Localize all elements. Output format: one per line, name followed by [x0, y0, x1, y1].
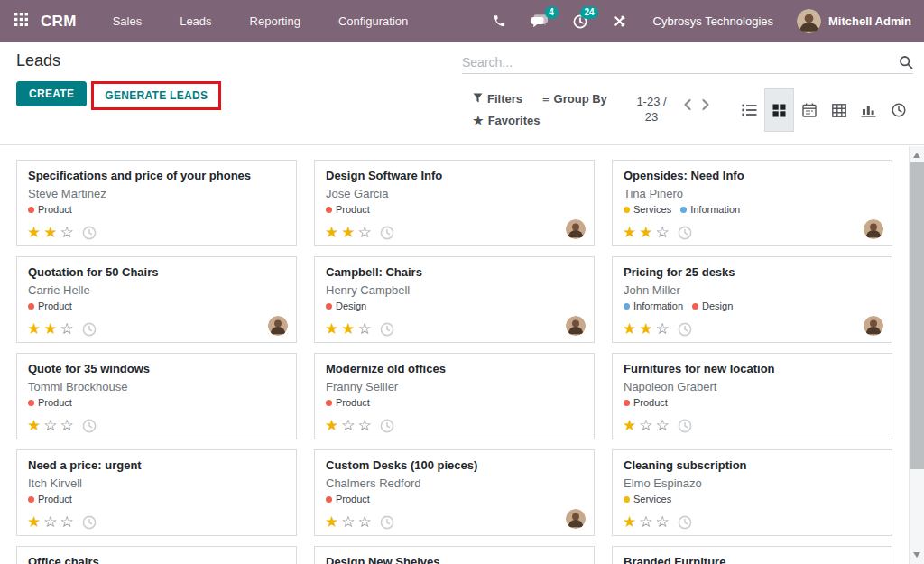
- menu-reporting[interactable]: Reporting: [250, 14, 300, 28]
- kanban-card[interactable]: Cleaning subscriptionElmo EspinazoServic…: [612, 449, 892, 536]
- lead-tag: Information: [624, 300, 683, 311]
- kanban-card[interactable]: Modernize old officesFranny SeillerProdu…: [314, 353, 595, 439]
- lead-contact: Chalmers Redford: [326, 476, 583, 490]
- filters-button[interactable]: Filters: [473, 92, 522, 106]
- priority-star-empty-icon[interactable]: ☆: [656, 514, 670, 530]
- activity-clock-icon[interactable]: [678, 515, 692, 530]
- activity-clock-icon[interactable]: [678, 419, 692, 433]
- priority-star-empty-icon[interactable]: ☆: [43, 418, 57, 433]
- search-icon[interactable]: [899, 55, 913, 69]
- menu-sales[interactable]: Sales: [113, 14, 143, 28]
- activity-clock-icon[interactable]: [82, 322, 97, 337]
- kanban-card[interactable]: Design Software InfoJose GarciaProduct★★…: [314, 160, 595, 246]
- priority-star-empty-icon[interactable]: ☆: [341, 514, 355, 530]
- activity-clock-icon[interactable]: [678, 322, 692, 337]
- view-calendar-icon[interactable]: [794, 88, 824, 132]
- kanban-card[interactable]: Opensides: Need InfoTina PineroServicesI…: [612, 160, 892, 246]
- priority-star-empty-icon[interactable]: ☆: [60, 321, 74, 337]
- priority-star-filled-icon[interactable]: ★: [623, 225, 636, 240]
- priority-star-filled-icon[interactable]: ★: [623, 514, 636, 530]
- priority-star-empty-icon[interactable]: ☆: [358, 225, 372, 240]
- salesperson-avatar: [566, 509, 586, 529]
- kanban-card[interactable]: Specifications and price of your phonesS…: [16, 160, 297, 246]
- priority-star-filled-icon[interactable]: ★: [639, 321, 652, 337]
- priority-star-filled-icon[interactable]: ★: [43, 225, 57, 240]
- priority-star-filled-icon[interactable]: ★: [341, 321, 355, 337]
- company-name[interactable]: Cybrosys Technologies: [653, 14, 773, 28]
- kanban-grid: Specifications and price of your phonesS…: [0, 145, 924, 564]
- kanban-card[interactable]: Quotation for 50 ChairsCarrie HelleProdu…: [16, 256, 297, 343]
- scroll-up-arrow-icon[interactable]: [913, 153, 920, 158]
- view-pivot-icon[interactable]: [824, 88, 854, 132]
- scrollbar-thumb[interactable]: [910, 162, 924, 469]
- activity-clock-icon[interactable]: [380, 226, 394, 240]
- priority-star-filled-icon[interactable]: ★: [27, 225, 41, 240]
- kanban-card[interactable]: Need a price: urgentItch KirvellProduct★…: [16, 449, 297, 536]
- priority-star-empty-icon[interactable]: ☆: [358, 514, 372, 530]
- view-graph-icon[interactable]: [854, 88, 883, 132]
- generate-leads-button[interactable]: GENERATE LEADS: [94, 84, 218, 107]
- activity-clock-icon[interactable]: [82, 515, 97, 530]
- priority-star-filled-icon[interactable]: ★: [623, 321, 636, 337]
- priority-star-filled-icon[interactable]: ★: [325, 514, 338, 530]
- priority-star-empty-icon[interactable]: ☆: [358, 321, 372, 337]
- create-button[interactable]: CREATE: [16, 81, 87, 106]
- priority-star-filled-icon[interactable]: ★: [27, 321, 41, 337]
- apps-menu-button[interactable]: [0, 13, 41, 30]
- group-by-button[interactable]: ≡ Group By: [542, 92, 607, 106]
- activity-clock-icon[interactable]: [678, 226, 692, 240]
- kanban-card[interactable]: Office chairs: [16, 546, 297, 564]
- vertical-scrollbar[interactable]: [909, 146, 924, 564]
- view-list-icon[interactable]: [735, 88, 764, 132]
- priority-star-empty-icon[interactable]: ☆: [656, 225, 670, 240]
- kanban-card[interactable]: Pricing for 25 desksJohn MillerInformati…: [612, 256, 892, 343]
- kanban-card[interactable]: Design New Shelves: [314, 546, 595, 564]
- priority-star-empty-icon[interactable]: ☆: [60, 418, 74, 433]
- activity-clock-icon[interactable]: [82, 226, 97, 240]
- priority-star-filled-icon[interactable]: ★: [639, 225, 652, 240]
- scroll-down-arrow-icon[interactable]: [913, 552, 920, 558]
- activity-clock-icon[interactable]: [380, 419, 394, 433]
- kanban-card[interactable]: Quote for 35 windowsTommi BrockhouseProd…: [16, 353, 297, 439]
- priority-star-empty-icon[interactable]: ☆: [60, 514, 74, 530]
- menu-leads[interactable]: Leads: [180, 14, 211, 28]
- priority-star-empty-icon[interactable]: ☆: [656, 418, 670, 433]
- priority-star-filled-icon[interactable]: ★: [43, 321, 57, 337]
- priority-star-empty-icon[interactable]: ☆: [341, 418, 355, 433]
- search-input[interactable]: [462, 55, 899, 69]
- priority-star-empty-icon[interactable]: ☆: [639, 418, 652, 433]
- pager-previous-icon[interactable]: [682, 98, 692, 111]
- priority-star-filled-icon[interactable]: ★: [27, 418, 41, 433]
- priority-star-filled-icon[interactable]: ★: [341, 225, 355, 240]
- app-brand[interactable]: CRM: [41, 13, 77, 31]
- priority-star-empty-icon[interactable]: ☆: [639, 514, 652, 530]
- user-menu[interactable]: Mitchell Admin: [797, 9, 924, 33]
- kanban-card[interactable]: Campbell: ChairsHenry CampbellDesign★★☆: [314, 256, 595, 343]
- tools-icon[interactable]: [600, 14, 639, 28]
- phone-icon[interactable]: [480, 14, 519, 28]
- priority-star-filled-icon[interactable]: ★: [623, 418, 636, 433]
- pager-next-icon[interactable]: [701, 98, 711, 111]
- favorites-button[interactable]: ★ Favorites: [473, 114, 540, 127]
- messages-icon[interactable]: 4: [519, 14, 560, 28]
- salesperson-avatar: [566, 316, 586, 336]
- view-kanban-icon[interactable]: [764, 88, 794, 132]
- kanban-card[interactable]: Custom Desks (100 pieces)Chalmers Redfor…: [314, 449, 595, 536]
- priority-star-empty-icon[interactable]: ☆: [43, 514, 57, 530]
- priority-star-filled-icon[interactable]: ★: [325, 225, 338, 240]
- priority-star-filled-icon[interactable]: ★: [325, 418, 338, 433]
- priority-star-empty-icon[interactable]: ☆: [358, 418, 372, 433]
- priority-star-filled-icon[interactable]: ★: [27, 514, 41, 530]
- priority-star-filled-icon[interactable]: ★: [325, 321, 338, 337]
- activity-clock-icon[interactable]: [82, 419, 97, 433]
- view-activity-icon[interactable]: [883, 88, 913, 132]
- lead-title: Custom Desks (100 pieces): [326, 458, 583, 472]
- activity-clock-icon[interactable]: [380, 322, 394, 337]
- priority-star-empty-icon[interactable]: ☆: [656, 321, 670, 337]
- activity-clock-icon[interactable]: [380, 515, 394, 530]
- priority-star-empty-icon[interactable]: ☆: [60, 225, 74, 240]
- menu-configuration[interactable]: Configuration: [338, 14, 408, 28]
- kanban-card[interactable]: Furnitures for new locationNapoleon Grab…: [612, 353, 892, 439]
- activities-clock-icon[interactable]: 24: [560, 14, 600, 29]
- kanban-card[interactable]: Branded Furniture: [612, 546, 892, 564]
